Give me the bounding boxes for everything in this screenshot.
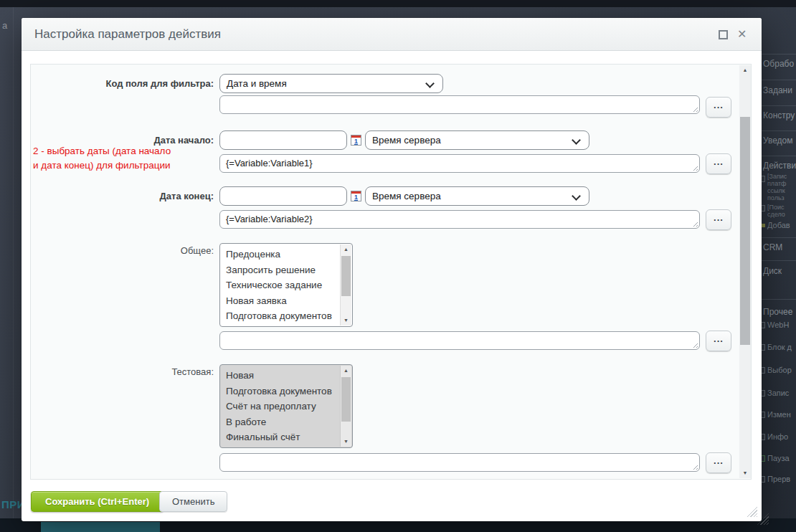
listbox-option[interactable]: Новая — [220, 368, 352, 384]
testovaya-expression-wrap — [219, 453, 700, 472]
obshchee-more-button[interactable]: ... — [706, 331, 731, 351]
sidebar-item-zapis: Запис — [767, 389, 789, 397]
dialog-header: Настройка параметров действия ✕ — [22, 18, 762, 51]
date-start-timezone-select[interactable]: Время сервера — [365, 130, 589, 150]
save-button[interactable]: Сохранить (Ctrl+Enter) — [31, 491, 164, 512]
listbox-option[interactable]: Счёт на предоплату — [220, 399, 352, 414]
background-teal-button — [41, 522, 160, 532]
obshchee-expression-textarea[interactable] — [219, 331, 700, 350]
listbox-option[interactable]: Финальный счёт — [220, 429, 352, 445]
listbox-option[interactable]: Запросить решение — [220, 262, 352, 278]
sidebar-item-line: [Поис — [767, 204, 785, 211]
sidebar-item-line: [Запис — [767, 173, 787, 180]
sidebar-item-line: платф — [767, 180, 786, 187]
hint-note-line2: и дата конец) для фильтрации — [33, 160, 227, 171]
panel-scrollbar[interactable]: ▲ ▼ — [739, 65, 751, 478]
field-label-date-start: Дата начало: — [31, 135, 214, 146]
hint-note-line1: 2 - выбрать даты (дата начало — [33, 146, 227, 156]
listbox-option[interactable]: Новая заявка — [220, 293, 352, 309]
date-end-more-button[interactable]: ... — [706, 209, 731, 230]
scroll-up-icon[interactable]: ▲ — [341, 366, 351, 376]
dialog-title: Настройка параметров действия — [34, 18, 221, 51]
date-start-input[interactable] — [219, 130, 347, 150]
sidebar-item-dobavit: Добав — [767, 221, 790, 229]
scroll-down-icon[interactable]: ▼ — [739, 468, 751, 478]
date-start-expression-textarea[interactable]: {=Variable:Variable1} — [219, 154, 700, 173]
scrollbar-thumb[interactable] — [341, 377, 351, 422]
listbox-option[interactable]: Подготовка документов — [220, 308, 352, 324]
sidebar-item-line: сдело — [767, 211, 785, 218]
sidebar-section-prochee: Прочее — [763, 307, 792, 317]
scroll-down-icon[interactable]: ▼ — [341, 437, 351, 447]
listbox-option[interactable]: Техническое задание — [220, 277, 352, 293]
scroll-up-icon[interactable]: ▲ — [341, 244, 351, 255]
sidebar-item-izmenenie: Измен — [767, 410, 791, 419]
maximize-icon[interactable] — [719, 30, 728, 39]
date-start-expression-wrap: {=Variable:Variable1} — [219, 154, 700, 173]
sidebar-section-konstruktor: Констру — [763, 110, 795, 120]
dialog-resize-grip-icon[interactable] — [747, 506, 757, 517]
sidebar-item-info: Инфо — [767, 432, 788, 441]
sidebar-item-pauza: Пауза — [767, 454, 790, 462]
listbox-option[interactable]: Предоценка — [220, 247, 352, 262]
calendar-icon[interactable]: 1 — [351, 135, 361, 146]
form-scroll-panel: Код поля для фильтра: Дата и время ... Д… — [30, 64, 752, 480]
background-stray-text: a — [2, 20, 7, 31]
field-label-date-end: Дата конец: — [31, 191, 214, 201]
calendar-icon-day: 1 — [351, 194, 361, 201]
date-end-expression-wrap: {=Variable:Variable2} — [219, 210, 700, 229]
background-top-bar — [0, 0, 796, 7]
sidebar-section-deystviya: Действи — [763, 161, 796, 171]
testovaya-listbox[interactable]: НоваяПодготовка документовСчёт на предоп… — [219, 364, 353, 448]
sidebar-item-blok: Блок д — [767, 343, 792, 351]
filter-code-more-button[interactable]: ... — [706, 97, 731, 118]
sidebar-item-webhook: WebH — [767, 320, 789, 329]
scrollbar-thumb[interactable] — [341, 256, 351, 296]
sidebar-section-disk: Диск — [763, 266, 782, 276]
scrollbar-thumb[interactable] — [740, 117, 750, 345]
sidebar-section-zadaniya: Задани — [763, 85, 792, 95]
field-label-obshchee: Общее: — [31, 245, 214, 256]
calendar-icon-day: 1 — [351, 138, 361, 146]
sidebar-section-obrabotka: Обрабо — [763, 59, 794, 69]
sidebar-item-line: ссылк — [767, 187, 785, 194]
action-settings-dialog: Настройка параметров действия ✕ Код поля… — [22, 18, 762, 521]
filter-code-expression-wrap — [219, 95, 700, 114]
filter-code-expression-textarea[interactable] — [219, 95, 700, 114]
listbox-scrollbar[interactable]: ▲ ▼ — [340, 244, 351, 326]
background-divider — [13, 7, 14, 532]
field-label-testovaya: Тестовая: — [31, 366, 214, 377]
date-start-more-button[interactable]: ... — [706, 153, 731, 174]
obshchee-expression-wrap — [219, 331, 700, 350]
cancel-button[interactable]: Отменить — [159, 491, 227, 512]
obshchee-listbox[interactable]: ПредоценкаЗапросить решениеТехническое з… — [219, 243, 353, 327]
sidebar-bullet-icon — [762, 224, 765, 227]
date-end-input[interactable] — [219, 186, 347, 206]
listbox-option[interactable]: В работе — [220, 414, 352, 430]
sidebar-section-crm: CRM — [763, 242, 782, 252]
listbox-scrollbar[interactable]: ▲ ▼ — [340, 366, 351, 447]
listbox-option[interactable]: Подготовка документов — [220, 384, 352, 399]
testovaya-expression-textarea[interactable] — [219, 453, 700, 472]
field-label-filter-code: Код поля для фильтра: — [31, 78, 214, 89]
calendar-icon[interactable]: 1 — [351, 191, 361, 201]
filter-code-select[interactable]: Дата и время — [219, 74, 443, 93]
screen: a Обрабо Задани Констру Уведом Действи [… — [0, 0, 796, 532]
close-icon[interactable]: ✕ — [737, 27, 747, 42]
sidebar-item-line: польз — [767, 194, 785, 201]
date-end-timezone-select[interactable]: Время сервера — [365, 186, 589, 206]
date-end-expression-textarea[interactable]: {=Variable:Variable2} — [219, 210, 700, 229]
scroll-up-icon[interactable]: ▲ — [739, 65, 751, 75]
testovaya-more-button[interactable]: ... — [706, 452, 731, 473]
scroll-down-icon[interactable]: ▼ — [341, 315, 351, 326]
sidebar-item-prervat: Прерв — [767, 475, 790, 483]
sidebar-section-uvedomleniya: Уведом — [763, 136, 793, 146]
sidebar-item-vybor: Выбор — [767, 366, 792, 374]
